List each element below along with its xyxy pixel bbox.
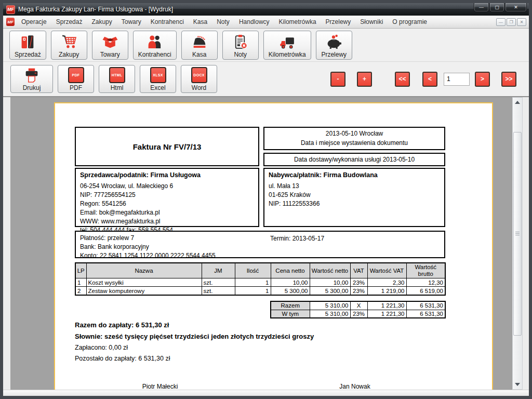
- minimize-button[interactable]: —: [474, 3, 489, 12]
- toolbar-button-label: Word: [192, 84, 206, 91]
- main-toolbar: Sprzedaż Zakupy Towar: [3, 29, 529, 62]
- receiver-signature: Jan Nowak: [339, 383, 370, 390]
- open-box-icon: [101, 33, 119, 50]
- toolbar-button-label: Zakupy: [59, 51, 79, 58]
- seller-header: Sprzedawca/podatnik: Firma Usługowa: [80, 171, 254, 179]
- page-number-input[interactable]: [444, 73, 470, 86]
- cell-nazwa: Koszt wysyłki: [86, 278, 202, 287]
- totals-netto: 5 310,00: [310, 301, 350, 310]
- cell-jm: szt.: [202, 287, 235, 295]
- maximize-button[interactable]: ▢: [489, 3, 504, 12]
- toolbar-button-label: Towary: [100, 51, 120, 58]
- scrollbar-thumb[interactable]: [513, 132, 522, 336]
- noty-button[interactable]: Noty: [222, 31, 259, 60]
- issue-date-box: 2013-05-10 Wrocław Data i miejsce wystaw…: [263, 127, 445, 150]
- col-lp: LP: [75, 263, 86, 278]
- first-page-button[interactable]: <<: [395, 72, 410, 87]
- issuer-signature: Piotr Małecki: [142, 383, 178, 390]
- cell-wartosc-vat: 2,30: [367, 278, 406, 287]
- last-page-button[interactable]: >>: [501, 72, 516, 87]
- toolbar-button-label: Przelewy: [321, 51, 347, 58]
- word-button[interactable]: DOCX Word: [181, 65, 217, 93]
- kontrahenci-button[interactable]: Kontrahenci: [133, 31, 177, 60]
- menu-o-programie[interactable]: O programie: [388, 17, 432, 27]
- col-nazwa: Nazwa: [86, 263, 202, 278]
- note-icon: [231, 33, 250, 50]
- invoice-items-table: LP Nazwa JM Ilość Cena netto Wartość net…: [75, 262, 446, 296]
- table-row: 2 Zestaw komputerowy szt. 1 5 300,00 5 3…: [75, 287, 445, 295]
- cell-wartosc-brutto: 6 519,00: [406, 287, 445, 295]
- scroll-down-icon[interactable]: [513, 380, 522, 389]
- cell-wartosc-vat: 1 219,00: [367, 287, 406, 295]
- issue-date: 2013-05-10 Wrocław: [326, 129, 383, 138]
- col-wartosc-vat: Wartość VAT: [367, 263, 406, 278]
- kasa-button[interactable]: Kasa: [181, 31, 218, 60]
- cell-cena-netto: 5 300,00: [271, 287, 310, 295]
- invoice-number-box: Faktura Nr FV/7/13: [75, 127, 259, 166]
- toolbar-button-label: Drukuj: [23, 84, 41, 91]
- buyer-city: 01-625 Kraków: [269, 191, 440, 200]
- html-button[interactable]: HTML Html: [99, 65, 135, 93]
- close-button[interactable]: ✕: [505, 3, 527, 12]
- menu-towary[interactable]: Towary: [117, 17, 146, 27]
- docx-badge-icon: DOCX: [191, 67, 207, 83]
- totals-netto: 5 310,00: [310, 310, 350, 318]
- menu-operacje[interactable]: Operacje: [17, 17, 51, 27]
- totals-vat: 1 221,30: [367, 301, 406, 310]
- printer-icon: [22, 66, 41, 84]
- mdi-close-button[interactable]: ✕: [517, 18, 526, 26]
- menu-kasa[interactable]: Kasa: [189, 17, 212, 27]
- przelewy-button[interactable]: Przelewy: [316, 31, 352, 60]
- zoom-in-button[interactable]: +: [357, 72, 372, 87]
- toolbar-button-label: Noty: [234, 51, 247, 58]
- cell-jm: szt.: [202, 278, 235, 287]
- menu-zakupy[interactable]: Zakupy: [87, 17, 116, 27]
- html-badge-icon: HTML: [109, 67, 125, 83]
- page-navigation: - + << < > >>: [330, 72, 516, 87]
- zoom-out-button[interactable]: -: [330, 72, 345, 87]
- title-bar: MF Mega Fakturka Zakupy Lan- Firma Usług…: [3, 3, 529, 16]
- col-wartosc-brutto: Wartość brutto: [406, 263, 445, 278]
- menu-kontrahenci[interactable]: Kontrahenci: [146, 17, 189, 27]
- cell-wartosc-netto: 10,00: [310, 278, 350, 287]
- app-logo-icon: MF: [6, 5, 15, 14]
- menu-kilometrowka[interactable]: Kilometrówka: [274, 17, 321, 27]
- col-jm: JM: [202, 263, 235, 278]
- totals-label: W tym: [271, 310, 310, 318]
- xlsx-badge-icon: XLSX: [150, 67, 166, 83]
- prev-page-button[interactable]: <: [422, 72, 437, 87]
- menu-przelewy[interactable]: Przelewy: [321, 17, 356, 27]
- col-vat: VAT: [350, 263, 367, 278]
- vertical-scrollbar[interactable]: [512, 97, 523, 390]
- items-header-row: LP Nazwa JM Ilość Cena netto Wartość net…: [75, 263, 445, 278]
- toolbar-button-label: Kasa: [192, 51, 206, 58]
- col-cena-netto: Cena netto: [271, 263, 310, 278]
- invoice-page: Faktura Nr FV/7/13 2013-05-10 Wrocław Da…: [54, 102, 493, 390]
- zakupy-button[interactable]: Zakupy: [51, 31, 87, 60]
- seller-nip: NIP: 777256554125: [80, 191, 254, 200]
- seller-address: 06-254 Wrocław, ul. Małeckiego 6: [80, 182, 254, 191]
- towary-button[interactable]: Towary: [92, 31, 128, 60]
- scroll-up-icon[interactable]: [513, 98, 522, 107]
- toolbar-button-label: Excel: [150, 84, 165, 91]
- pdf-button[interactable]: PDF PDF: [58, 65, 94, 93]
- menu-sprzedaz[interactable]: Sprzedaż: [51, 17, 87, 27]
- mdi-minimize-button[interactable]: —: [496, 18, 506, 26]
- excel-button[interactable]: XLSX Excel: [140, 65, 176, 93]
- print-preview-area: Faktura Nr FV/7/13 2013-05-10 Wrocław Da…: [3, 97, 529, 390]
- totals-vat-rate: X: [350, 301, 367, 310]
- payment-account: Konto: 22 5841 1254 1122 0000 2222 5544 …: [80, 251, 440, 260]
- sprzedaz-button[interactable]: Sprzedaż: [9, 31, 46, 60]
- cell-ilosc: 1: [235, 287, 271, 295]
- drukuj-button[interactable]: Drukuj: [10, 65, 53, 93]
- mdi-app-icon: MF: [6, 18, 15, 26]
- menu-handlowcy[interactable]: Handlowcy: [234, 17, 274, 27]
- menu-noty[interactable]: Noty: [212, 17, 234, 27]
- totals-row-razem: Razem 5 310,00 X 1 221,30 6 531,30: [271, 301, 445, 310]
- mdi-restore-button[interactable]: ❐: [507, 18, 516, 26]
- kilometrowka-button[interactable]: Kilometrówka: [263, 31, 311, 60]
- next-page-button[interactable]: >: [475, 72, 490, 87]
- menu-slowniki[interactable]: Słowniki: [355, 17, 388, 27]
- totals-vat: 1 221,30: [367, 310, 406, 318]
- cell-wartosc-netto: 5 300,00: [310, 287, 350, 295]
